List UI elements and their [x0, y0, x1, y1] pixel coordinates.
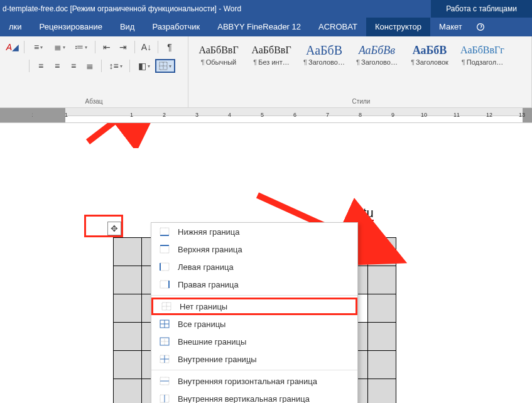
paragraph-group: A◢ ≡ ≣ ≔ ⇤ ⇥ A↓ ¶ ≡ ≡ ≡ ≣ ↕ [0, 36, 188, 107]
line-spacing-button[interactable]: ↕≡ [106, 59, 126, 73]
ribbon-tabs: лки Рецензирование Вид Разработчик ABBYY… [0, 18, 532, 36]
tab-references[interactable]: лки [0, 18, 31, 36]
border-inside-icon [158, 353, 171, 365]
align-center-button[interactable]: ≡ [50, 59, 65, 73]
show-marks-button[interactable]: ¶ [162, 40, 177, 54]
menu-separator [151, 295, 357, 296]
svg-rect-10 [160, 281, 169, 288]
tab-table-design[interactable]: Конструктор [366, 18, 430, 36]
clear-formatting-button[interactable]: A◢ [5, 40, 20, 54]
horizontal-ruler[interactable]: 2 1 1 2 3 4 5 6 7 8 9 10 11 12 13 [0, 108, 532, 123]
style-4[interactable]: АаБбВ ¶Заголовок [403, 40, 456, 69]
tell-me-icon[interactable] [471, 18, 490, 36]
border-outside-icon [158, 336, 171, 347]
border-outside-item[interactable]: Внешние границы [151, 333, 357, 350]
table-tools-context: Работа с таблицами [431, 0, 532, 18]
tab-acrobat[interactable]: ACROBAT [310, 18, 366, 36]
style-preview: АаБбВ [298, 42, 350, 58]
tab-view[interactable]: Вид [111, 18, 144, 36]
numbering-button[interactable]: ≣ [50, 40, 70, 54]
style-name: ¶Заголово… [298, 58, 350, 66]
svg-rect-8 [160, 263, 169, 271]
document-area[interactable]: ✥ tu е Нижняя граница Верхняя граница [0, 123, 532, 403]
file-name: d-template-free.doc [3, 4, 68, 13]
border-right-icon [158, 279, 171, 290]
border-top-icon [158, 244, 171, 255]
border-all-icon [158, 318, 171, 330]
align-left-button[interactable]: ≡ [33, 59, 48, 73]
border-top-item[interactable]: Верхняя граница [151, 240, 357, 258]
style-3[interactable]: АаБбВв ¶Заголово… [350, 40, 403, 69]
bullets-button[interactable]: ≡ [28, 40, 48, 54]
border-left-icon [158, 261, 171, 272]
svg-rect-4 [160, 228, 169, 235]
style-name: ¶Обычный [193, 58, 244, 66]
shading-button[interactable]: ◧ [134, 59, 154, 73]
table-move-handle[interactable]: ✥ [107, 222, 121, 235]
tab-developer[interactable]: Разработчик [143, 18, 209, 36]
border-left-item[interactable]: Левая граница [151, 258, 357, 276]
app-name: Word [224, 4, 241, 13]
style-preview: АаБбВвГг [457, 42, 508, 58]
tab-abbyy[interactable]: ABBYY FineReader 12 [209, 18, 310, 36]
border-inside-label: Внутренние границы [178, 355, 257, 364]
tab-review[interactable]: Рецензирование [31, 18, 111, 36]
style-name: ¶Без инт… [246, 58, 297, 66]
svg-line-41 [88, 123, 163, 142]
doc-text-fragment: tu [363, 206, 374, 220]
border-inside-item[interactable]: Внутренние границы [151, 350, 357, 368]
svg-rect-6 [160, 245, 169, 253]
borders-dropdown: Нижняя граница Верхняя граница Левая гра… [151, 222, 358, 403]
style-preview: АаБбВвГ [193, 42, 244, 58]
style-preview: АаБбВв [351, 42, 403, 58]
style-1[interactable]: АаБбВвГ ¶Без инт… [245, 40, 298, 69]
border-bottom-icon [158, 226, 171, 237]
border-inside-h-icon [158, 375, 171, 387]
align-right-button[interactable]: ≡ [66, 59, 81, 73]
styles-group-label: Стили [192, 98, 530, 106]
border-right-item[interactable]: Правая граница [151, 276, 357, 293]
sort-button[interactable]: A↓ [139, 40, 154, 54]
border-all-item[interactable]: Все границы [151, 315, 357, 333]
style-preview: АаБбВвГ [246, 42, 297, 58]
tab-table-layout[interactable]: Макет [430, 18, 471, 36]
title-bar: d-template-free.doc [Режим ограниченной … [0, 0, 532, 18]
style-2[interactable]: АаБбВ ¶Заголово… [298, 40, 350, 69]
ribbon: A◢ ≡ ≣ ≔ ⇤ ⇥ A↓ ¶ ≡ ≡ ≡ ≣ ↕ [0, 36, 532, 108]
border-bottom-item[interactable]: Нижняя граница [151, 223, 357, 240]
paragraph-group-label: Абзац [5, 98, 183, 106]
border-inside-v-icon [158, 393, 171, 403]
style-name: ¶Заголовок [404, 58, 455, 66]
style-name: ¶Заголово… [351, 58, 403, 66]
styles-group: АаБбВвГ ¶ОбычныйАаБбВвГ ¶Без инт…АаБбВ ¶… [188, 36, 532, 107]
table-move-handle-highlight: ✥ [84, 215, 123, 237]
increase-indent-button[interactable]: ⇥ [116, 40, 131, 54]
border-none-item[interactable]: Нет границы [151, 298, 357, 315]
annotation-arrow-to-button [82, 123, 182, 148]
style-preview: АаБбВ [404, 42, 455, 58]
style-0[interactable]: АаБбВвГ ¶Обычный [192, 40, 245, 69]
border-inside-v-item[interactable]: Внутренняя вертикальная граница [151, 390, 357, 403]
borders-button[interactable] [155, 59, 175, 73]
decrease-indent-button[interactable]: ⇤ [99, 40, 114, 54]
border-inside-h-item[interactable]: Внутренняя горизонтальная граница [151, 372, 357, 390]
menu-separator [151, 370, 357, 370]
compat-mode: [Режим ограниченной функциональности] [70, 4, 217, 13]
style-5[interactable]: АаБбВвГг ¶Подзагол… [456, 40, 509, 69]
multilevel-button[interactable]: ≔ [71, 40, 91, 54]
style-name: ¶Подзагол… [457, 58, 508, 66]
window-title: d-template-free.doc [Режим ограниченной … [0, 4, 431, 13]
justify-button[interactable]: ≣ [82, 59, 97, 73]
border-none-icon [160, 301, 173, 312]
